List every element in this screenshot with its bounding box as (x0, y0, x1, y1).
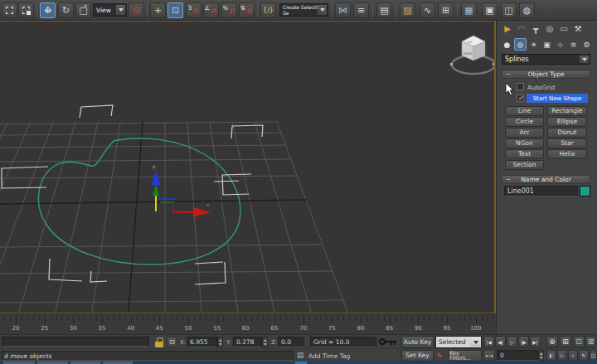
set-keys-button[interactable] (378, 337, 398, 349)
set-key-button[interactable]: Set Key (401, 350, 434, 362)
name-and-color-rollout-header[interactable]: −Name and Color (502, 175, 590, 184)
tab-display[interactable]: ▭ (557, 22, 570, 35)
rectangular-selection-region-button[interactable] (2, 2, 17, 18)
button-donut[interactable]: Donut (547, 128, 587, 138)
tab-hierarchy[interactable]: ┳ (529, 22, 542, 35)
object-name-field[interactable]: Line001 (504, 186, 578, 197)
next-frame-button[interactable]: |▶ (518, 336, 529, 347)
zoom-extents-button[interactable]: ⊡ (573, 336, 585, 347)
percent-snap-toggle-button[interactable]: %∩ (221, 2, 237, 18)
spinner-snap-toggle-button[interactable]: ⇅∩ (239, 2, 255, 18)
select-and-scale-button[interactable]: □↗ (75, 2, 91, 18)
schematic-view-button[interactable]: ⊞ (438, 2, 454, 18)
tab-create[interactable]: ▶ (501, 22, 514, 35)
start-new-shape-label[interactable]: Start New Shape (527, 94, 588, 103)
mirror-button[interactable]: ⋈ (335, 2, 351, 18)
object-type-rollout-header[interactable]: −Object Type (502, 70, 590, 79)
zoom-button[interactable]: ⊕ (546, 336, 558, 347)
gizmo-x-arrow[interactable] (193, 207, 211, 217)
y-spinner[interactable] (262, 337, 268, 347)
button-rectangle[interactable]: Rectangle (547, 106, 587, 116)
rendered-frame-icon: ◫ (504, 6, 512, 15)
timeline-ruler[interactable]: 20253035404550556065707580859095100 (0, 313, 496, 334)
category-shapes[interactable]: ◍ (514, 38, 527, 51)
window-crossing-toggle-button[interactable] (18, 2, 34, 18)
render-setup-button[interactable]: ▣ (482, 2, 498, 18)
key-mode-toggle[interactable]: ⇤⇥ (483, 350, 495, 361)
key-selection-dropdown[interactable]: Selected (435, 336, 482, 348)
rendered-frame-window-button[interactable]: ◫ (501, 2, 517, 18)
zoom-all-button[interactable]: ⊞ (560, 336, 571, 347)
y-coordinate-field[interactable]: 0.278 (233, 337, 262, 347)
timeline-tick (182, 316, 183, 321)
tab-motion[interactable]: ◎ (543, 22, 556, 35)
button-circle[interactable]: Circle (505, 117, 544, 127)
category-cameras[interactable]: ▣ (541, 38, 553, 51)
gizmo-y-cone[interactable] (153, 184, 159, 196)
x-coordinate-field[interactable]: 6.955 (187, 337, 217, 347)
button-ngon[interactable]: NGon (505, 138, 544, 148)
button-section[interactable]: Section (505, 160, 544, 170)
category-systems[interactable]: ⚙ (580, 38, 593, 51)
keyboard-shortcut-override-button[interactable]: ⊡ (167, 2, 183, 18)
render-production-button[interactable]: ◍ (519, 2, 535, 18)
select-and-rotate-button[interactable]: ↻ (58, 2, 74, 18)
align-button[interactable]: ≡ (353, 2, 369, 18)
zoom-extents-all-button[interactable]: ⊠ (585, 336, 596, 347)
go-to-end-button[interactable]: ▶| (530, 336, 541, 347)
timeline-label: 70 (299, 325, 307, 332)
perspective-viewport[interactable]: z x TOP FRONT (0, 21, 496, 313)
tab-utilities[interactable]: ⚒ (571, 22, 585, 35)
button-arc[interactable]: Arc (505, 128, 544, 138)
button-star[interactable]: Star (547, 138, 587, 148)
viewport-scene[interactable]: z x TOP FRONT (0, 22, 494, 313)
material-editor-button[interactable]: ▦ (461, 2, 477, 18)
button-text[interactable]: Text (505, 149, 544, 159)
category-lights[interactable]: ☀ (527, 38, 540, 51)
pan-button[interactable]: ⊹ (568, 350, 578, 361)
button-line[interactable]: Line (505, 106, 544, 116)
viewcube[interactable]: TOP FRONT (450, 36, 494, 74)
category-space-warps[interactable]: ≋ (567, 38, 580, 51)
current-frame-field[interactable]: 0 (497, 350, 538, 361)
reference-coordinate-dropdown[interactable]: View (93, 3, 127, 17)
curve-editor-button[interactable]: ∿ (420, 2, 435, 18)
go-to-start-button[interactable]: |◀ (483, 336, 494, 347)
absolute-mode-toggle[interactable]: ⊡ (167, 337, 177, 347)
key-icon (378, 337, 398, 347)
category-geometry[interactable]: ● (501, 38, 513, 51)
orbit-button[interactable]: ↻ (579, 350, 589, 361)
x-spinner[interactable] (217, 337, 223, 347)
walk-through-button[interactable]: ▷ (557, 350, 567, 361)
button-helix[interactable]: Helix (547, 149, 587, 159)
select-and-manipulate-button[interactable]: + (150, 2, 166, 18)
snap-toggle-3d-button[interactable]: 3∩ (186, 2, 201, 18)
start-new-shape-checkbox[interactable] (517, 95, 524, 102)
maximize-viewport-button[interactable]: ◱ (590, 350, 597, 361)
key-tangent-curve-icon[interactable]: ∿ (436, 351, 443, 359)
selection-lock-toggle[interactable] (154, 337, 165, 348)
tab-modify[interactable]: ◠ (515, 22, 528, 35)
auto-key-button[interactable]: Auto Key (401, 336, 434, 348)
angle-snap-toggle-button[interactable]: ∠∩ (203, 2, 219, 18)
pan-2d-button[interactable]: ◧ (546, 350, 556, 361)
spline-type-dropdown[interactable]: Splines (502, 54, 590, 65)
gizmo-z-arrow[interactable] (152, 170, 160, 185)
select-and-move-button[interactable]: ↔↕ (40, 2, 56, 18)
layer-manager-button[interactable]: ▤ (376, 2, 392, 18)
previous-frame-button[interactable]: ◀| (495, 336, 506, 347)
frame-spinner[interactable] (538, 350, 544, 361)
category-helpers[interactable]: ⊹ (554, 38, 566, 51)
named-selection-set-dropdown[interactable]: Create Selection Se (279, 3, 328, 17)
button-ellipse[interactable]: Ellipse (547, 117, 587, 127)
z-coordinate-field[interactable]: 0.0 (278, 337, 304, 347)
toggle-ribbon-button[interactable]: ▨ (400, 2, 415, 18)
play-button[interactable]: ▷ (507, 336, 517, 347)
add-time-tag-label[interactable]: Add Time Tag (308, 352, 350, 360)
autogrid-checkbox[interactable] (517, 83, 524, 90)
move-gizmo[interactable]: z x (152, 163, 211, 217)
object-color-swatch[interactable] (580, 186, 590, 197)
key-filters-button[interactable]: Key Filters... (449, 350, 482, 362)
use-pivot-point-center-button[interactable]: ⊙ (129, 2, 144, 18)
edit-named-selection-sets-button[interactable]: {∕} (260, 2, 276, 18)
